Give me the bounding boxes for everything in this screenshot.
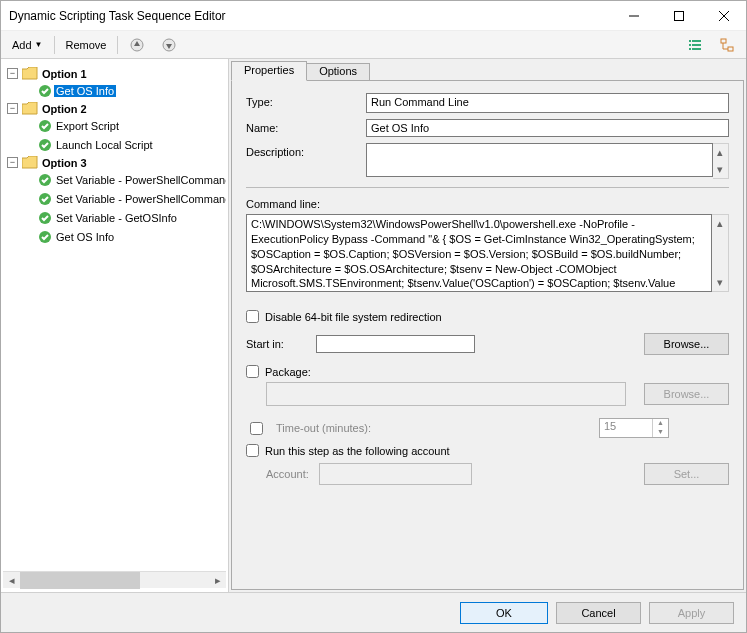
scroll-up-icon[interactable]: ▴ — [713, 144, 728, 161]
timeout-checkbox[interactable] — [250, 422, 263, 435]
details-pane: Properties Options Type: Run Command Lin… — [229, 59, 746, 592]
scroll-thumb[interactable] — [20, 572, 140, 589]
tree-icon — [719, 37, 735, 53]
tree-item[interactable]: Get OS Info — [23, 230, 116, 244]
folder-icon — [22, 67, 38, 80]
check-icon — [38, 84, 52, 98]
commandline-label: Command line: — [246, 198, 729, 210]
tab-properties[interactable]: Properties — [231, 61, 307, 81]
name-input[interactable] — [366, 119, 729, 137]
tree-item[interactable]: Set Variable - PowerShellCommand — [23, 192, 226, 206]
disable-64bit-checkbox[interactable] — [246, 310, 259, 323]
vertical-scrollbar[interactable]: ▴▾ — [713, 143, 729, 179]
cancel-button[interactable]: Cancel — [556, 602, 641, 624]
svg-rect-11 — [692, 48, 701, 50]
close-button[interactable] — [701, 1, 746, 30]
divider — [246, 187, 729, 188]
tree-label: Set Variable - GetOSInfo — [54, 212, 179, 224]
tree-group[interactable]: − Option 1 — [7, 67, 89, 80]
check-icon — [38, 173, 52, 187]
arrow-down-icon — [161, 37, 177, 53]
toolbar-action-1[interactable] — [680, 34, 710, 56]
tree-item[interactable]: Export Script — [23, 119, 121, 133]
browse-startin-button[interactable]: Browse... — [644, 333, 729, 355]
tab-bar: Properties Options — [229, 59, 746, 81]
task-tree[interactable]: − Option 1 Get OS Info — [3, 63, 226, 571]
disable-64bit-label: Disable 64-bit file system redirection — [265, 311, 442, 323]
vertical-scrollbar[interactable]: ▴▾ — [712, 214, 729, 292]
type-label: Type: — [246, 93, 356, 108]
tree-label: Get OS Info — [54, 85, 116, 97]
remove-button[interactable]: Remove — [59, 36, 114, 54]
spinner-down-icon: ▼ — [653, 428, 668, 437]
svg-rect-6 — [689, 40, 691, 42]
svg-rect-13 — [728, 47, 733, 51]
package-box — [266, 382, 626, 406]
check-icon — [38, 211, 52, 225]
body: − Option 1 Get OS Info — [1, 59, 746, 592]
name-label: Name: — [246, 119, 356, 134]
description-input[interactable] — [366, 143, 713, 177]
svg-rect-8 — [689, 44, 691, 46]
tree-item[interactable]: Set Variable - PowerShellCommand — [23, 173, 226, 187]
separator — [54, 36, 55, 54]
tab-options[interactable]: Options — [306, 63, 370, 81]
svg-rect-12 — [721, 39, 726, 43]
tree-label: Option 3 — [40, 157, 89, 169]
check-icon — [38, 230, 52, 244]
scroll-down-icon[interactable]: ▾ — [713, 161, 728, 178]
tree-label: Option 2 — [40, 103, 89, 115]
timeout-value: 15 — [600, 419, 652, 437]
tree-item[interactable]: Set Variable - GetOSInfo — [23, 211, 179, 225]
commandline-input[interactable]: C:\WINDOWS\System32\WindowsPowerShell\v1… — [246, 214, 712, 292]
tree-label: Export Script — [54, 120, 121, 132]
ok-button[interactable]: OK — [460, 602, 548, 624]
collapse-icon[interactable]: − — [7, 68, 18, 79]
scroll-up-icon[interactable]: ▴ — [712, 215, 728, 232]
move-down-button[interactable] — [154, 34, 184, 56]
minimize-button[interactable] — [611, 1, 656, 30]
add-button[interactable]: Add▼ — [5, 36, 50, 54]
svg-rect-9 — [692, 44, 701, 46]
scroll-right-icon[interactable]: ▸ — [209, 572, 226, 589]
dropdown-icon: ▼ — [35, 40, 43, 49]
tree-label: Set Variable - PowerShellCommand — [54, 174, 226, 186]
folder-icon — [22, 156, 38, 169]
svg-rect-7 — [692, 40, 701, 42]
scroll-left-icon[interactable]: ◂ — [3, 572, 20, 589]
maximize-button[interactable] — [656, 1, 701, 30]
horizontal-scrollbar[interactable]: ◂ ▸ — [3, 571, 226, 588]
move-up-button[interactable] — [122, 34, 152, 56]
tree-label: Launch Local Script — [54, 139, 155, 151]
tree-label: Get OS Info — [54, 231, 116, 243]
tree-item[interactable]: Get OS Info — [23, 84, 116, 98]
app-window: Dynamic Scripting Task Sequence Editor A… — [0, 0, 747, 633]
tree-group[interactable]: − Option 2 — [7, 102, 89, 115]
toolbar-action-2[interactable] — [712, 34, 742, 56]
package-label: Package: — [265, 366, 311, 378]
startin-label: Start in: — [246, 338, 306, 350]
arrow-up-icon — [129, 37, 145, 53]
account-label: Account: — [266, 468, 309, 480]
timeout-spinner: 15 ▲▼ — [599, 418, 669, 438]
dialog-footer: OK Cancel Apply — [1, 592, 746, 632]
timeout-label: Time-out (minutes): — [276, 422, 371, 434]
tree-label: Set Variable - PowerShellCommand — [54, 193, 226, 205]
separator — [117, 36, 118, 54]
tree-label: Option 1 — [40, 68, 89, 80]
description-label: Description: — [246, 143, 356, 158]
package-checkbox[interactable] — [246, 365, 259, 378]
startin-input[interactable] — [316, 335, 475, 353]
set-account-button: Set... — [644, 463, 729, 485]
properties-page: Type: Run Command Line Name: Description… — [231, 80, 744, 590]
window-title: Dynamic Scripting Task Sequence Editor — [9, 9, 611, 23]
collapse-icon[interactable]: − — [7, 103, 18, 114]
scroll-down-icon[interactable]: ▾ — [712, 274, 728, 291]
browse-package-button: Browse... — [644, 383, 729, 405]
collapse-icon[interactable]: − — [7, 157, 18, 168]
tree-item[interactable]: Launch Local Script — [23, 138, 155, 152]
tree-group[interactable]: − Option 3 — [7, 156, 89, 169]
apply-button: Apply — [649, 602, 734, 624]
type-value: Run Command Line — [366, 93, 729, 113]
runas-checkbox[interactable] — [246, 444, 259, 457]
